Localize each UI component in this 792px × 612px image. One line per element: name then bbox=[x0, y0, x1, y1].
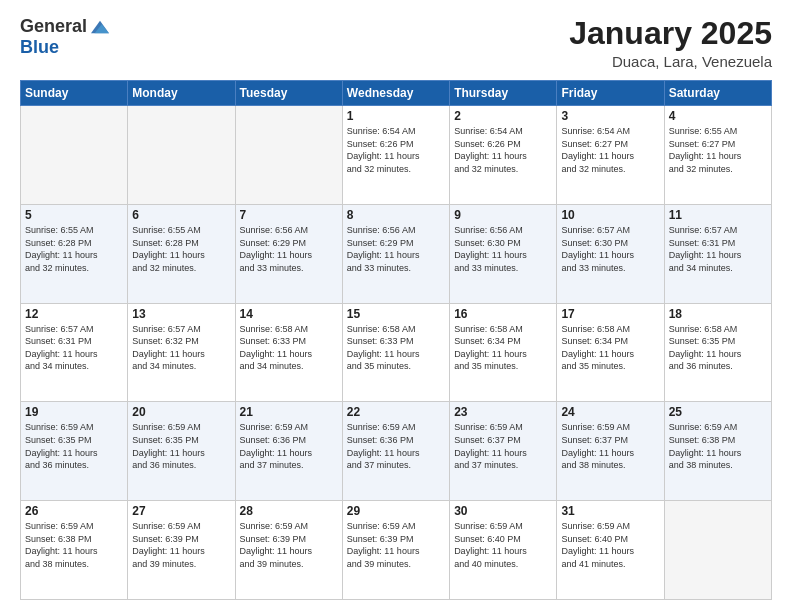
day-number: 16 bbox=[454, 307, 552, 321]
table-row: 5Sunrise: 6:55 AMSunset: 6:28 PMDaylight… bbox=[21, 204, 128, 303]
day-info: Sunrise: 6:59 AMSunset: 6:36 PMDaylight:… bbox=[240, 421, 338, 471]
table-row: 25Sunrise: 6:59 AMSunset: 6:38 PMDayligh… bbox=[664, 402, 771, 501]
table-row: 21Sunrise: 6:59 AMSunset: 6:36 PMDayligh… bbox=[235, 402, 342, 501]
day-info: Sunrise: 6:58 AMSunset: 6:33 PMDaylight:… bbox=[240, 323, 338, 373]
day-info: Sunrise: 6:59 AMSunset: 6:40 PMDaylight:… bbox=[454, 520, 552, 570]
day-number: 10 bbox=[561, 208, 659, 222]
day-info: Sunrise: 6:54 AMSunset: 6:27 PMDaylight:… bbox=[561, 125, 659, 175]
day-number: 27 bbox=[132, 504, 230, 518]
day-number: 5 bbox=[25, 208, 123, 222]
day-number: 2 bbox=[454, 109, 552, 123]
day-number: 11 bbox=[669, 208, 767, 222]
header: General Blue January 2025 Duaca, Lara, V… bbox=[20, 16, 772, 70]
day-number: 6 bbox=[132, 208, 230, 222]
day-info: Sunrise: 6:59 AMSunset: 6:37 PMDaylight:… bbox=[561, 421, 659, 471]
day-number: 28 bbox=[240, 504, 338, 518]
table-row: 9Sunrise: 6:56 AMSunset: 6:30 PMDaylight… bbox=[450, 204, 557, 303]
day-number: 17 bbox=[561, 307, 659, 321]
day-number: 29 bbox=[347, 504, 445, 518]
table-row: 27Sunrise: 6:59 AMSunset: 6:39 PMDayligh… bbox=[128, 501, 235, 600]
header-saturday: Saturday bbox=[664, 81, 771, 106]
table-row: 2Sunrise: 6:54 AMSunset: 6:26 PMDaylight… bbox=[450, 106, 557, 205]
table-row: 6Sunrise: 6:55 AMSunset: 6:28 PMDaylight… bbox=[128, 204, 235, 303]
page: General Blue January 2025 Duaca, Lara, V… bbox=[0, 0, 792, 612]
table-row: 31Sunrise: 6:59 AMSunset: 6:40 PMDayligh… bbox=[557, 501, 664, 600]
table-row: 11Sunrise: 6:57 AMSunset: 6:31 PMDayligh… bbox=[664, 204, 771, 303]
table-row: 26Sunrise: 6:59 AMSunset: 6:38 PMDayligh… bbox=[21, 501, 128, 600]
day-info: Sunrise: 6:59 AMSunset: 6:38 PMDaylight:… bbox=[669, 421, 767, 471]
day-number: 19 bbox=[25, 405, 123, 419]
day-info: Sunrise: 6:57 AMSunset: 6:30 PMDaylight:… bbox=[561, 224, 659, 274]
day-info: Sunrise: 6:57 AMSunset: 6:32 PMDaylight:… bbox=[132, 323, 230, 373]
day-number: 14 bbox=[240, 307, 338, 321]
table-row: 29Sunrise: 6:59 AMSunset: 6:39 PMDayligh… bbox=[342, 501, 449, 600]
day-info: Sunrise: 6:57 AMSunset: 6:31 PMDaylight:… bbox=[669, 224, 767, 274]
day-info: Sunrise: 6:59 AMSunset: 6:35 PMDaylight:… bbox=[132, 421, 230, 471]
header-tuesday: Tuesday bbox=[235, 81, 342, 106]
calendar: Sunday Monday Tuesday Wednesday Thursday… bbox=[20, 80, 772, 600]
header-wednesday: Wednesday bbox=[342, 81, 449, 106]
logo-blue-text: Blue bbox=[20, 37, 59, 58]
day-info: Sunrise: 6:58 AMSunset: 6:35 PMDaylight:… bbox=[669, 323, 767, 373]
table-row bbox=[21, 106, 128, 205]
table-row: 23Sunrise: 6:59 AMSunset: 6:37 PMDayligh… bbox=[450, 402, 557, 501]
table-row: 12Sunrise: 6:57 AMSunset: 6:31 PMDayligh… bbox=[21, 303, 128, 402]
day-number: 20 bbox=[132, 405, 230, 419]
day-info: Sunrise: 6:56 AMSunset: 6:30 PMDaylight:… bbox=[454, 224, 552, 274]
table-row: 16Sunrise: 6:58 AMSunset: 6:34 PMDayligh… bbox=[450, 303, 557, 402]
day-info: Sunrise: 6:58 AMSunset: 6:34 PMDaylight:… bbox=[561, 323, 659, 373]
title-block: January 2025 Duaca, Lara, Venezuela bbox=[569, 16, 772, 70]
table-row: 20Sunrise: 6:59 AMSunset: 6:35 PMDayligh… bbox=[128, 402, 235, 501]
day-number: 23 bbox=[454, 405, 552, 419]
day-number: 1 bbox=[347, 109, 445, 123]
table-row: 22Sunrise: 6:59 AMSunset: 6:36 PMDayligh… bbox=[342, 402, 449, 501]
table-row bbox=[235, 106, 342, 205]
calendar-week-row: 12Sunrise: 6:57 AMSunset: 6:31 PMDayligh… bbox=[21, 303, 772, 402]
day-number: 8 bbox=[347, 208, 445, 222]
day-info: Sunrise: 6:59 AMSunset: 6:35 PMDaylight:… bbox=[25, 421, 123, 471]
day-number: 31 bbox=[561, 504, 659, 518]
table-row: 17Sunrise: 6:58 AMSunset: 6:34 PMDayligh… bbox=[557, 303, 664, 402]
day-info: Sunrise: 6:56 AMSunset: 6:29 PMDaylight:… bbox=[240, 224, 338, 274]
table-row: 18Sunrise: 6:58 AMSunset: 6:35 PMDayligh… bbox=[664, 303, 771, 402]
day-number: 30 bbox=[454, 504, 552, 518]
month-title: January 2025 bbox=[569, 16, 772, 51]
day-number: 25 bbox=[669, 405, 767, 419]
day-info: Sunrise: 6:59 AMSunset: 6:40 PMDaylight:… bbox=[561, 520, 659, 570]
header-friday: Friday bbox=[557, 81, 664, 106]
table-row bbox=[664, 501, 771, 600]
table-row: 3Sunrise: 6:54 AMSunset: 6:27 PMDaylight… bbox=[557, 106, 664, 205]
day-info: Sunrise: 6:58 AMSunset: 6:33 PMDaylight:… bbox=[347, 323, 445, 373]
table-row: 4Sunrise: 6:55 AMSunset: 6:27 PMDaylight… bbox=[664, 106, 771, 205]
day-info: Sunrise: 6:59 AMSunset: 6:38 PMDaylight:… bbox=[25, 520, 123, 570]
weekday-header-row: Sunday Monday Tuesday Wednesday Thursday… bbox=[21, 81, 772, 106]
day-number: 12 bbox=[25, 307, 123, 321]
day-number: 3 bbox=[561, 109, 659, 123]
calendar-week-row: 1Sunrise: 6:54 AMSunset: 6:26 PMDaylight… bbox=[21, 106, 772, 205]
table-row: 15Sunrise: 6:58 AMSunset: 6:33 PMDayligh… bbox=[342, 303, 449, 402]
calendar-week-row: 19Sunrise: 6:59 AMSunset: 6:35 PMDayligh… bbox=[21, 402, 772, 501]
day-number: 15 bbox=[347, 307, 445, 321]
day-number: 7 bbox=[240, 208, 338, 222]
day-number: 13 bbox=[132, 307, 230, 321]
day-info: Sunrise: 6:59 AMSunset: 6:39 PMDaylight:… bbox=[240, 520, 338, 570]
calendar-week-row: 26Sunrise: 6:59 AMSunset: 6:38 PMDayligh… bbox=[21, 501, 772, 600]
calendar-week-row: 5Sunrise: 6:55 AMSunset: 6:28 PMDaylight… bbox=[21, 204, 772, 303]
day-info: Sunrise: 6:56 AMSunset: 6:29 PMDaylight:… bbox=[347, 224, 445, 274]
table-row: 19Sunrise: 6:59 AMSunset: 6:35 PMDayligh… bbox=[21, 402, 128, 501]
day-number: 22 bbox=[347, 405, 445, 419]
day-info: Sunrise: 6:58 AMSunset: 6:34 PMDaylight:… bbox=[454, 323, 552, 373]
day-info: Sunrise: 6:55 AMSunset: 6:28 PMDaylight:… bbox=[25, 224, 123, 274]
day-info: Sunrise: 6:55 AMSunset: 6:28 PMDaylight:… bbox=[132, 224, 230, 274]
day-number: 9 bbox=[454, 208, 552, 222]
day-number: 24 bbox=[561, 405, 659, 419]
table-row: 7Sunrise: 6:56 AMSunset: 6:29 PMDaylight… bbox=[235, 204, 342, 303]
day-number: 18 bbox=[669, 307, 767, 321]
table-row: 10Sunrise: 6:57 AMSunset: 6:30 PMDayligh… bbox=[557, 204, 664, 303]
header-thursday: Thursday bbox=[450, 81, 557, 106]
location: Duaca, Lara, Venezuela bbox=[569, 53, 772, 70]
logo-general-text: General bbox=[20, 16, 87, 37]
day-number: 4 bbox=[669, 109, 767, 123]
table-row bbox=[128, 106, 235, 205]
day-info: Sunrise: 6:59 AMSunset: 6:39 PMDaylight:… bbox=[347, 520, 445, 570]
